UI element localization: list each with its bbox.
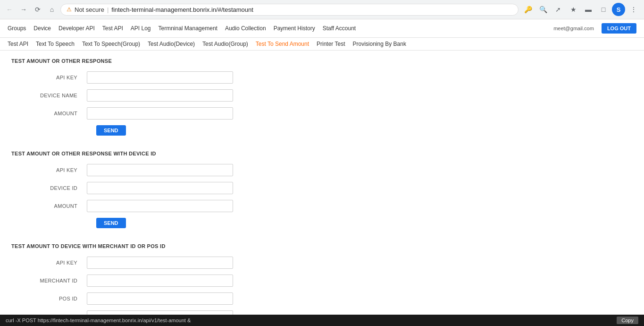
label-device-name-1: DEVICE NAME — [11, 93, 87, 98]
url-text: fintech-terminal-management.bonrix.in/#/… — [111, 6, 253, 13]
section-3: Test Amount To Device With Merchant Id o… — [11, 243, 633, 326]
nav-developer-api[interactable]: Developer API — [59, 25, 95, 32]
nav-audio-collection[interactable]: Audio Collection — [225, 25, 266, 32]
separator: | — [107, 6, 109, 13]
input-api-key-3[interactable] — [87, 257, 233, 269]
security-warning-text: Not secure — [75, 6, 104, 13]
security-warning-icon: ⚠ — [67, 6, 72, 13]
input-pos-id-3[interactable] — [87, 292, 233, 305]
subnav-test-audio-device[interactable]: Test Audio(Device) — [148, 41, 195, 47]
extensions-icon[interactable]: ▬ — [582, 3, 595, 16]
nav-payment-history[interactable]: Payment History — [274, 25, 315, 32]
form-row-merchant-id-3: MERCHANT ID — [11, 275, 633, 287]
input-amount-2[interactable] — [87, 200, 233, 212]
nav-device[interactable]: Device — [33, 25, 51, 32]
label-api-key-3: API KEY — [11, 260, 87, 266]
form-row-device-name-1: DEVICE NAME — [11, 89, 633, 102]
bottom-bar: curl -X POST https://fintech-terminal-ma… — [0, 315, 644, 326]
nav-terminal-management[interactable]: Termninal Management — [159, 25, 217, 32]
forward-button[interactable]: → — [18, 4, 29, 15]
share-icon[interactable]: ➚ — [552, 3, 565, 16]
subnav-printer-test[interactable]: Printer Test — [317, 41, 345, 47]
label-pos-id-3: POS ID — [11, 296, 87, 301]
nav-groups[interactable]: Groups — [8, 25, 26, 32]
key-icon[interactable]: 🔑 — [521, 3, 535, 16]
back-button[interactable]: ← — [4, 4, 15, 15]
form-row-api-key-1: API KEY — [11, 71, 633, 84]
copy-button[interactable]: Copy — [617, 317, 638, 324]
label-api-key-1: API KEY — [11, 75, 87, 80]
section-2-title: TEST AMOUNT OR OTHER RESPONSE WITH DEVIC… — [11, 151, 633, 156]
curl-url-text: curl -X POST https://fintech-terminal-ma… — [6, 317, 191, 323]
input-amount-1[interactable] — [87, 107, 233, 120]
form-row-amount-1: AMOUNT — [11, 107, 633, 120]
app-nav: Groups Device Developer API Test API API… — [0, 19, 644, 38]
section-3-title: Test Amount To Device With Merchant Id o… — [11, 243, 633, 249]
bookmark-icon[interactable]: ★ — [567, 3, 580, 16]
input-api-key-2[interactable] — [87, 164, 233, 176]
label-amount-1: AMOUNT — [11, 111, 87, 116]
form-row-api-key-2: API KEY — [11, 164, 633, 176]
label-device-id-2: DEVICE ID — [11, 185, 87, 191]
section-2: TEST AMOUNT OR OTHER RESPONSE WITH DEVIC… — [11, 151, 633, 228]
label-amount-2: AMOUNT — [11, 203, 87, 209]
subnav-provisioning-by-bank[interactable]: Provisioning By Bank — [352, 41, 406, 47]
sub-nav: Test API Text To Speech Text To Speech(G… — [0, 38, 644, 51]
input-api-key-1[interactable] — [87, 71, 233, 84]
form-row-amount-2: AMOUNT — [11, 200, 633, 212]
section-1-title: TEST AMOUNT OR OTHER RESPONSE — [11, 58, 633, 64]
label-api-key-2: API KEY — [11, 167, 87, 173]
nav-email: meet@gmail.com — [553, 26, 594, 31]
search-icon[interactable]: 🔍 — [536, 3, 550, 16]
send-button-1[interactable]: SEND — [96, 125, 126, 136]
menu-icon[interactable]: ⋮ — [627, 3, 640, 16]
tab-icon[interactable]: □ — [597, 3, 610, 16]
input-device-name-1[interactable] — [87, 89, 233, 102]
input-device-id-2[interactable] — [87, 182, 233, 194]
nav-api-log[interactable]: API Log — [131, 25, 151, 32]
subnav-text-to-speech[interactable]: Text To Speech — [36, 41, 75, 47]
label-merchant-id-3: MERCHANT ID — [11, 278, 87, 283]
profile-button[interactable]: S — [612, 3, 625, 16]
subnav-test-to-send-amount[interactable]: Test To Send Amount — [256, 41, 309, 47]
nav-test-api[interactable]: Test API — [102, 25, 123, 32]
nav-staff-account[interactable]: Staff Account — [323, 25, 356, 32]
main-content: TEST AMOUNT OR OTHER RESPONSE API KEY DE… — [0, 51, 644, 326]
section-1: TEST AMOUNT OR OTHER RESPONSE API KEY DE… — [11, 58, 633, 136]
form-row-device-id-2: DEVICE ID — [11, 182, 633, 194]
form-row-pos-id-3: POS ID — [11, 292, 633, 305]
send-button-2[interactable]: SEND — [96, 218, 126, 228]
home-button[interactable]: ⌂ — [46, 4, 58, 15]
subnav-test-audio-group[interactable]: Test Audio(Group) — [202, 41, 248, 47]
refresh-button[interactable]: ⟳ — [32, 4, 43, 15]
address-bar[interactable]: ⚠ Not secure | fintech-terminal-manageme… — [60, 4, 519, 16]
input-merchant-id-3[interactable] — [87, 275, 233, 287]
logout-button[interactable]: LOG OUT — [602, 23, 636, 34]
subnav-text-to-speech-group[interactable]: Text To Speech(Group) — [82, 41, 140, 47]
subnav-test-api[interactable]: Test API — [8, 41, 28, 47]
form-row-api-key-3: API KEY — [11, 257, 633, 269]
